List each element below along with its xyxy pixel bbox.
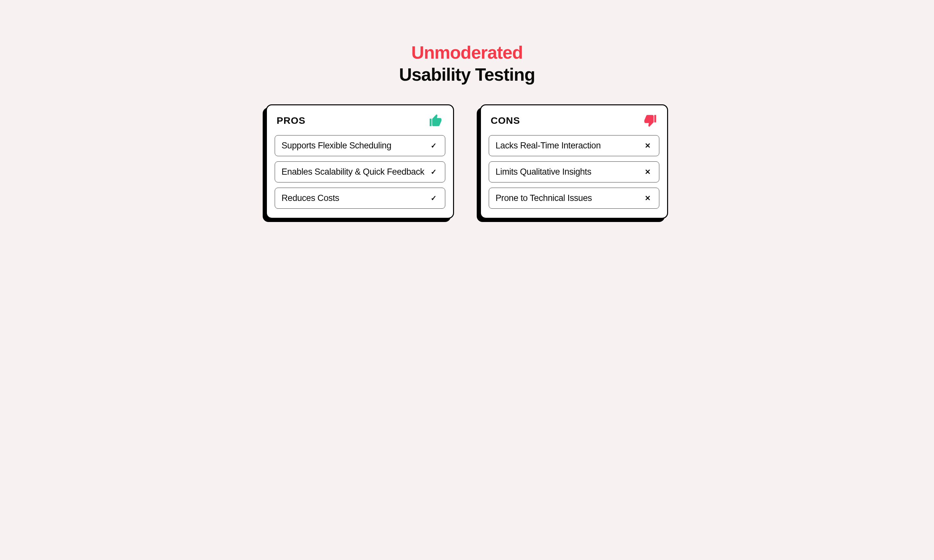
pros-item: Supports Flexible Scheduling ✓	[275, 135, 445, 156]
slide-title: Unmoderated Usability Testing	[399, 42, 535, 85]
cross-icon: ✕	[645, 194, 652, 203]
pros-card-header: PROS	[275, 113, 445, 128]
cons-item-text: Lacks Real-Time Interaction	[496, 141, 601, 151]
cons-heading: CONS	[491, 115, 520, 126]
pros-item-text: Enables Scalability & Quick Feedback	[282, 167, 424, 177]
pros-item: Reduces Costs ✓	[275, 188, 445, 209]
slide-container: Unmoderated Usability Testing PROS Suppo…	[240, 32, 694, 219]
check-icon: ✓	[431, 142, 438, 150]
title-top: Unmoderated	[399, 42, 535, 63]
cons-card-header: CONS	[489, 113, 659, 128]
check-icon: ✓	[431, 194, 438, 203]
thumbs-down-icon	[643, 113, 657, 128]
cons-item-text: Limits Qualitative Insights	[496, 167, 591, 177]
cross-icon: ✕	[645, 168, 652, 176]
pros-card: PROS Supports Flexible Scheduling ✓ Enab…	[266, 105, 454, 219]
cons-item-text: Prone to Technical Issues	[496, 193, 592, 203]
cross-icon: ✕	[645, 142, 652, 150]
pros-item-text: Reduces Costs	[282, 193, 339, 203]
title-bottom: Usability Testing	[399, 64, 535, 85]
pros-item-text: Supports Flexible Scheduling	[282, 141, 391, 151]
cards-row: PROS Supports Flexible Scheduling ✓ Enab…	[240, 105, 694, 219]
pros-item: Enables Scalability & Quick Feedback ✓	[275, 162, 445, 183]
cons-item: Lacks Real-Time Interaction ✕	[489, 135, 659, 156]
cons-item: Prone to Technical Issues ✕	[489, 188, 659, 209]
thumbs-up-icon	[428, 113, 443, 128]
cons-item: Limits Qualitative Insights ✕	[489, 162, 659, 183]
pros-heading: PROS	[277, 115, 305, 126]
check-icon: ✓	[431, 168, 438, 176]
cons-card: CONS Lacks Real-Time Interaction ✕ Limit…	[480, 105, 668, 219]
